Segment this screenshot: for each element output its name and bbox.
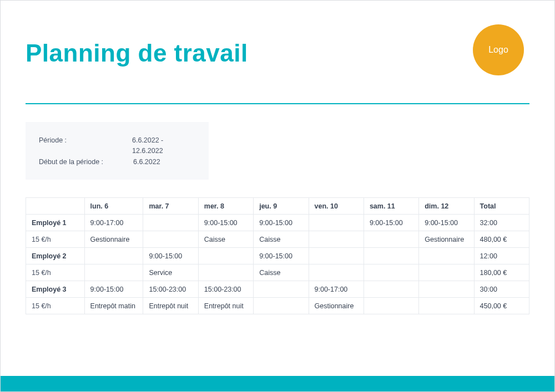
- cell-role: Gestionnaire: [309, 298, 364, 314]
- cell-hours: [254, 281, 309, 298]
- period-value: 6.6.2022 - 12.6.2022: [132, 135, 195, 157]
- cell-role: [84, 264, 143, 281]
- cell-role: [364, 298, 418, 314]
- cell-role: [143, 231, 198, 248]
- cell-role: Entrepôt nuit: [198, 298, 253, 314]
- table-row: 15 €/h Gestionnaire Caisse Caisse Gestio…: [26, 231, 529, 248]
- cell-role: [198, 264, 253, 281]
- col-blank: [26, 198, 85, 215]
- cell-role: [309, 264, 364, 281]
- cell-role: [419, 298, 474, 314]
- cell-role: [364, 231, 418, 248]
- cell-role: Service: [143, 264, 198, 281]
- table-row: 15 €/h Service Caisse 180,00 €: [26, 264, 529, 281]
- cell-hours: [84, 248, 143, 264]
- cell-hours: [364, 281, 418, 298]
- cell-role: [364, 264, 418, 281]
- table-row: Employé 2 9:00-15:00 9:00-15:00 12:00: [26, 248, 529, 264]
- cell-total-hours: 30:00: [474, 281, 529, 298]
- col-mon: lun. 6: [84, 198, 143, 215]
- cell-hours: 9:00-15:00: [254, 248, 309, 264]
- period-start-value: 6.6.2022: [133, 157, 160, 167]
- col-sat: sam. 11: [364, 198, 418, 215]
- col-sun: dim. 12: [419, 198, 474, 215]
- cell-hours: 15:00-23:00: [198, 281, 253, 298]
- cell-role: [254, 298, 309, 314]
- cell-total-pay: 180,00 €: [474, 264, 529, 281]
- col-wed: mer. 8: [198, 198, 253, 215]
- cell-role: [309, 231, 364, 248]
- cell-total-hours: 32:00: [474, 215, 529, 231]
- employee-name: Employé 3: [26, 281, 85, 298]
- cell-hours: [419, 281, 474, 298]
- table-row: Employé 1 9:00-17:00 9:00-15:00 9:00-15:…: [26, 215, 529, 231]
- col-thu: jeu. 9: [254, 198, 309, 215]
- cell-role: Entrepôt nuit: [143, 298, 198, 314]
- cell-hours: 9:00-15:00: [198, 215, 253, 231]
- cell-role: Gestionnaire: [419, 231, 474, 248]
- period-label: Période :: [39, 135, 132, 157]
- cell-hours: 9:00-15:00: [143, 248, 198, 264]
- cell-hours: 9:00-17:00: [84, 215, 143, 231]
- cell-hours: [143, 215, 198, 231]
- cell-role: Caisse: [254, 231, 309, 248]
- cell-total-hours: 12:00: [474, 248, 529, 264]
- divider: [26, 103, 529, 104]
- cell-total-pay: 450,00 €: [474, 298, 529, 314]
- logo-placeholder: Logo: [473, 24, 524, 75]
- period-info-box: Période : 6.6.2022 - 12.6.2022 Début de …: [26, 122, 209, 180]
- cell-hours: 9:00-15:00: [84, 281, 143, 298]
- employee-name: Employé 1: [26, 215, 85, 231]
- employee-rate: 15 €/h: [26, 298, 85, 314]
- col-total: Total: [474, 198, 529, 215]
- employee-name: Employé 2: [26, 248, 85, 264]
- employee-rate: 15 €/h: [26, 231, 85, 248]
- cell-hours: 9:00-15:00: [364, 215, 418, 231]
- col-fri: ven. 10: [309, 198, 364, 215]
- cell-hours: [309, 248, 364, 264]
- table-row: Employé 3 9:00-15:00 15:00-23:00 15:00-2…: [26, 281, 529, 298]
- employee-rate: 15 €/h: [26, 264, 85, 281]
- cell-role: Caisse: [254, 264, 309, 281]
- cell-role: Caisse: [198, 231, 253, 248]
- cell-role: [419, 264, 474, 281]
- schedule-table: lun. 6 mar. 7 mer. 8 jeu. 9 ven. 10 sam.…: [26, 197, 529, 314]
- cell-hours: 9:00-15:00: [254, 215, 309, 231]
- cell-hours: [419, 248, 474, 264]
- cell-hours: 9:00-17:00: [309, 281, 364, 298]
- cell-hours: 9:00-15:00: [419, 215, 474, 231]
- cell-role: Entrepôt matin: [84, 298, 143, 314]
- table-header-row: lun. 6 mar. 7 mer. 8 jeu. 9 ven. 10 sam.…: [26, 198, 529, 215]
- footer-bar: [1, 376, 554, 391]
- period-start-label: Début de la période :: [39, 157, 133, 167]
- cell-hours: [364, 248, 418, 264]
- page-title: Planning de travail: [26, 39, 248, 67]
- table-row: 15 €/h Entrepôt matin Entrepôt nuit Entr…: [26, 298, 529, 314]
- cell-hours: [309, 215, 364, 231]
- col-tue: mar. 7: [143, 198, 198, 215]
- cell-total-pay: 480,00 €: [474, 231, 529, 248]
- cell-hours: [198, 248, 253, 264]
- cell-hours: 15:00-23:00: [143, 281, 198, 298]
- cell-role: Gestionnaire: [84, 231, 143, 248]
